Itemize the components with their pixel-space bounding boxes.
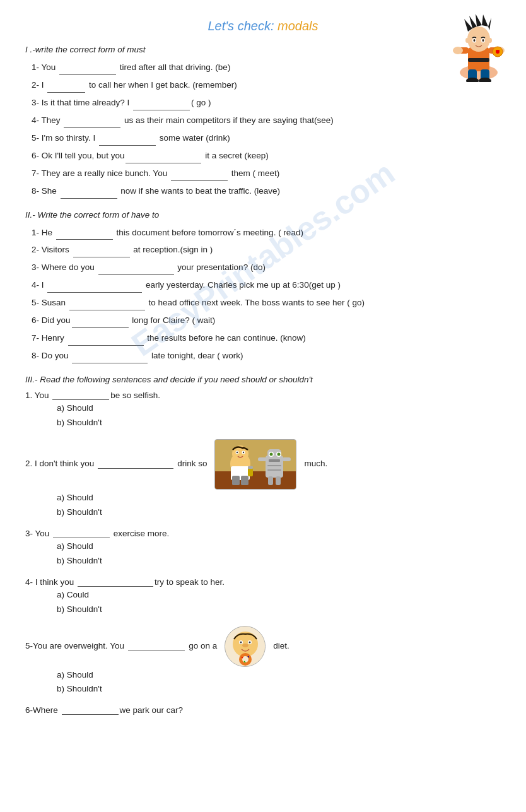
- section1-container: I .-write the correct form of must 1- Yo…: [25, 45, 501, 199]
- section3-title: III.- Read the following sentences and d…: [25, 375, 501, 384]
- blank: [47, 84, 85, 93]
- svg-point-14: [488, 38, 492, 43]
- svg-rect-50: [267, 469, 281, 471]
- svg-rect-41: [248, 466, 253, 469]
- homer-donut-svg: [225, 627, 266, 667]
- section3-item-3-text: 3- You exercise more.: [25, 529, 501, 538]
- svg-rect-53: [268, 476, 273, 485]
- svg-rect-2: [468, 58, 489, 62]
- option-a: a) Should: [57, 401, 501, 416]
- blank: [47, 284, 142, 293]
- list-item: 7- Henry the results before he can conti…: [32, 331, 501, 346]
- option-b: b) Shouldn't: [57, 554, 501, 568]
- option-a: a) Could: [57, 588, 501, 603]
- svg-point-3: [467, 26, 490, 52]
- item5-text-go: go on a: [189, 639, 217, 654]
- svg-point-60: [249, 641, 251, 643]
- option-a: a) Should: [57, 668, 501, 683]
- list-item: 4- I early yesterday. Charles pick me up…: [32, 278, 501, 293]
- svg-point-13: [465, 38, 469, 43]
- list-item: 4- They us as their main competitors if …: [32, 114, 501, 128]
- blank: [72, 319, 129, 328]
- goku-character-image: [450, 13, 507, 82]
- item5-text-diet: diet.: [273, 639, 289, 654]
- list-item: 8- Do you late tonight, dear ( work): [32, 349, 501, 363]
- svg-marker-8: [488, 18, 491, 30]
- blank: [56, 231, 113, 240]
- svg-point-46: [270, 452, 273, 456]
- title-lets: Let's check:: [207, 19, 274, 33]
- list-item: 3- Where do you your presentation? (do): [32, 261, 501, 275]
- list-item: 1- He this document before tomorrow´s me…: [32, 226, 501, 240]
- section3-item-5-text: 5-You are overweight. You go on a: [25, 626, 501, 667]
- blank: [69, 302, 145, 310]
- section3-item-4: 4- I think you try to speak to her. a) C…: [25, 577, 501, 617]
- blank: [98, 266, 174, 275]
- svg-rect-54: [276, 476, 281, 485]
- section3-item-6: 6-Where we park our car?: [25, 705, 501, 715]
- blank: [133, 102, 190, 110]
- blank: [59, 66, 116, 75]
- item2-text-much: much.: [304, 457, 327, 471]
- svg-point-47: [278, 452, 281, 456]
- page-title: Let's check: modals: [25, 19, 501, 33]
- section3-item-2-text: 2. I don't think you drink so: [25, 439, 501, 490]
- item5-text-before: 5-You are overweight. You: [25, 639, 124, 654]
- svg-point-25: [496, 50, 497, 51]
- section3-item-1-text: 1. You be so selfish.: [25, 391, 501, 400]
- blank: [78, 578, 153, 587]
- option-b: b) Shouldn't: [57, 505, 501, 520]
- section3-item-5: 5-You are overweight. You go on a: [25, 626, 501, 697]
- section3-item-4-options: a) Could b) Shouldn't: [25, 588, 501, 617]
- list-item: 1- You tired after all that driving. (be…: [32, 61, 501, 75]
- section3-item-1-options: a) Should b) Shouldn't: [25, 401, 501, 430]
- section1-list: 1- You tired after all that driving. (be…: [25, 61, 501, 199]
- option-a: a) Should: [57, 539, 501, 554]
- svg-point-12: [482, 39, 484, 42]
- svg-rect-48: [269, 459, 280, 462]
- blank: [62, 706, 119, 715]
- section1-title: I .-write the correct form of must: [25, 45, 501, 54]
- blank: [52, 391, 109, 400]
- option-b: b) Shouldn't: [57, 416, 501, 430]
- section3-item-5-options: a) Should b) Shouldn't: [25, 668, 501, 697]
- blank: [126, 155, 201, 163]
- list-item: 8- She now if she wants to beat the traf…: [32, 184, 501, 199]
- list-item: 6- Ok I'll tell you, but you it a secret…: [32, 149, 501, 163]
- svg-rect-40: [248, 468, 253, 476]
- blank: [98, 460, 173, 469]
- blank: [68, 337, 144, 346]
- svg-point-61: [242, 644, 248, 647]
- section3-item-1: 1. You be so selfish. a) Should b) Shoul…: [25, 391, 501, 430]
- option-b: b) Shouldn't: [57, 603, 501, 617]
- svg-rect-52: [282, 457, 291, 461]
- svg-rect-51: [258, 457, 267, 461]
- option-a: a) Should: [57, 491, 501, 505]
- item2-text-drink: drink so: [177, 457, 207, 471]
- list-item: 3- Is it that time already? I ( go ): [32, 96, 501, 110]
- list-item: 5- I'm so thirsty. I some water (drink): [32, 131, 501, 146]
- svg-point-63: [242, 656, 248, 662]
- goku-svg: [450, 13, 507, 82]
- section3-item-3-options: a) Should b) Shouldn't: [25, 539, 501, 568]
- section3-container: III.- Read the following sentences and d…: [25, 375, 501, 715]
- svg-point-59: [240, 641, 242, 643]
- svg-point-27: [497, 52, 498, 54]
- blank: [53, 529, 110, 538]
- list-item: 2- I to call her when I get back. (remem…: [32, 78, 501, 93]
- svg-point-17: [453, 47, 463, 54]
- item2-text-before: 2. I don't think you: [25, 457, 94, 471]
- svg-rect-49: [267, 465, 281, 466]
- blank: [64, 119, 120, 128]
- section3-item-6-text: 6-Where we park our car?: [25, 705, 501, 715]
- list-item: 7- They are a really nice bunch. You the…: [32, 167, 501, 181]
- option-b: b) Shouldn't: [57, 682, 501, 697]
- homer-bender-svg: [215, 440, 296, 490]
- homer-donut-image: [225, 626, 266, 667]
- blank: [73, 249, 130, 257]
- blank: [61, 190, 117, 199]
- svg-rect-39: [241, 476, 248, 485]
- svg-rect-30: [215, 471, 296, 490]
- svg-point-35: [237, 452, 238, 453]
- svg-point-26: [498, 50, 500, 51]
